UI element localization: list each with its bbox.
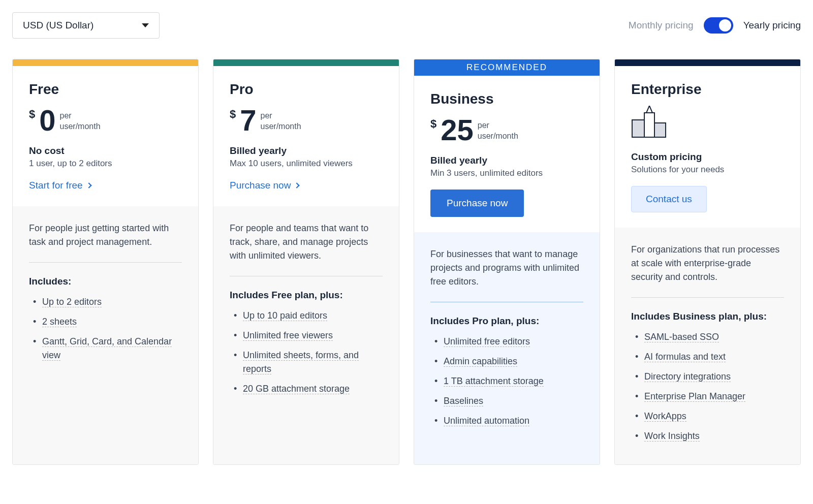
divider	[631, 297, 784, 298]
currency-symbol: $	[29, 106, 35, 121]
feature-item: 1 TB attachment storage	[432, 374, 583, 388]
plan-business-badge: RECOMMENDED	[414, 59, 600, 76]
svg-marker-3	[646, 106, 652, 113]
price-unit: per user/month	[478, 115, 518, 142]
price-value: 7	[240, 106, 256, 135]
plan-business-body: For businesses that want to manage proje…	[414, 232, 600, 464]
plan-subtext: Min 3 users, unlimited editors	[430, 168, 583, 178]
billing-switch[interactable]	[704, 17, 733, 34]
price-row: $ 25 per user/month	[430, 115, 583, 145]
plan-subtitle: No cost	[29, 145, 182, 156]
feature-item: Gantt, Grid, Card, and Calendar view	[31, 335, 182, 362]
feature-item: Unlimited free editors	[432, 335, 583, 349]
plan-free-accent	[13, 59, 198, 66]
plan-subtitle: Custom pricing	[631, 151, 784, 163]
purchase-now-button[interactable]: Purchase now	[430, 190, 524, 217]
divider	[430, 302, 583, 302]
price-row: $ 0 per user/month	[29, 106, 182, 135]
feature-list: Unlimited free editorsAdmin capabilities…	[430, 335, 583, 428]
plan-free: Free $ 0 per user/month No cost 1 user, …	[12, 59, 199, 465]
price-row: $ 7 per user/month	[230, 106, 383, 135]
yearly-pricing-label[interactable]: Yearly pricing	[743, 20, 801, 31]
feature-item: Admin capabilities	[432, 355, 583, 368]
billing-toggle: Monthly pricing Yearly pricing	[629, 17, 801, 34]
plan-pro-accent	[213, 59, 399, 66]
switch-knob	[719, 19, 731, 32]
plan-business: RECOMMENDED Business $ 25 per user/month…	[414, 59, 600, 465]
plan-pro: Pro $ 7 per user/month Billed yearly Max…	[213, 59, 399, 465]
feature-item: Up to 2 editors	[31, 295, 182, 309]
plan-enterprise-head: Enterprise Custom pricing Solutions for …	[615, 66, 800, 228]
plan-subtext: 1 user, up to 2 editors	[29, 159, 182, 169]
plans-row: Free $ 0 per user/month No cost 1 user, …	[12, 59, 801, 465]
feature-item: Up to 10 paid editors	[232, 309, 383, 323]
feature-item: Unlimited free viewers	[232, 329, 383, 342]
plan-title: Enterprise	[631, 81, 784, 98]
feature-item: 20 GB attachment storage	[232, 382, 383, 396]
plan-pro-body: For people and teams that want to track,…	[213, 206, 399, 464]
feature-item: Unlimited automation	[432, 414, 583, 428]
feature-item: Baselines	[432, 394, 583, 408]
chevron-right-icon	[294, 182, 300, 188]
purchase-now-link[interactable]: Purchase now	[230, 180, 299, 191]
plan-subtitle: Billed yearly	[230, 145, 383, 156]
plan-title: Business	[430, 91, 583, 107]
includes-title: Includes Business plan, plus:	[631, 311, 784, 322]
currency-value: USD (US Dollar)	[23, 20, 93, 31]
plan-subtext: Max 10 users, unlimited viewers	[230, 159, 383, 169]
plan-description: For businesses that want to manage proje…	[430, 247, 583, 289]
plan-description: For people just getting started with tas…	[29, 222, 182, 249]
currency-symbol: $	[230, 106, 236, 121]
price-unit: per user/month	[60, 106, 101, 132]
feature-item: 2 sheets	[31, 315, 182, 329]
feature-list: SAML-based SSOAI formulas and textDirect…	[631, 330, 784, 443]
feature-item: Work Insights	[633, 429, 784, 443]
includes-title: Includes Pro plan, plus:	[430, 316, 583, 327]
plan-subtext: Solutions for your needs	[631, 165, 784, 175]
feature-item: Directory integrations	[633, 370, 784, 384]
svg-rect-1	[644, 113, 654, 137]
plan-enterprise: Enterprise Custom pricing Solutions for …	[614, 59, 801, 465]
plan-title: Pro	[230, 81, 383, 98]
feature-item: AI formulas and text	[633, 350, 784, 364]
plan-pro-head: Pro $ 7 per user/month Billed yearly Max…	[213, 66, 399, 206]
includes-title: Includes:	[29, 276, 182, 287]
divider	[29, 262, 182, 263]
plan-description: For organizations that run processes at …	[631, 243, 784, 284]
contact-us-button[interactable]: Contact us	[631, 186, 707, 212]
feature-item: WorkApps	[633, 410, 784, 423]
includes-title: Includes Free plan, plus:	[230, 290, 383, 301]
price-unit: per user/month	[261, 106, 301, 132]
feature-item: Enterprise Plan Manager	[633, 390, 784, 403]
svg-rect-0	[632, 120, 644, 137]
feature-list: Up to 10 paid editorsUnlimited free view…	[230, 309, 383, 396]
buildings-icon	[631, 106, 784, 140]
plan-free-head: Free $ 0 per user/month No cost 1 user, …	[13, 66, 198, 206]
monthly-pricing-label[interactable]: Monthly pricing	[629, 20, 694, 31]
chevron-down-icon	[142, 23, 149, 27]
start-for-free-link[interactable]: Start for free	[29, 180, 91, 191]
top-row: USD (US Dollar) Monthly pricing Yearly p…	[12, 12, 801, 39]
plan-title: Free	[29, 81, 182, 98]
currency-symbol: $	[430, 115, 436, 131]
svg-rect-2	[654, 123, 666, 137]
plan-enterprise-body: For organizations that run processes at …	[615, 228, 800, 464]
plan-subtitle: Billed yearly	[430, 155, 583, 166]
plan-business-head: Business $ 25 per user/month Billed year…	[414, 76, 600, 232]
plan-free-body: For people just getting started with tas…	[13, 206, 198, 464]
currency-select[interactable]: USD (US Dollar)	[12, 12, 160, 39]
feature-list: Up to 2 editors2 sheetsGantt, Grid, Card…	[29, 295, 182, 362]
plan-description: For people and teams that want to track,…	[230, 222, 383, 263]
plan-enterprise-accent	[615, 59, 800, 66]
chevron-right-icon	[86, 182, 91, 188]
divider	[230, 276, 383, 276]
price-value: 0	[39, 106, 55, 135]
price-value: 25	[441, 115, 474, 145]
feature-item: SAML-based SSO	[633, 330, 784, 344]
feature-item: Unlimited sheets, forms, and reports	[232, 349, 383, 376]
